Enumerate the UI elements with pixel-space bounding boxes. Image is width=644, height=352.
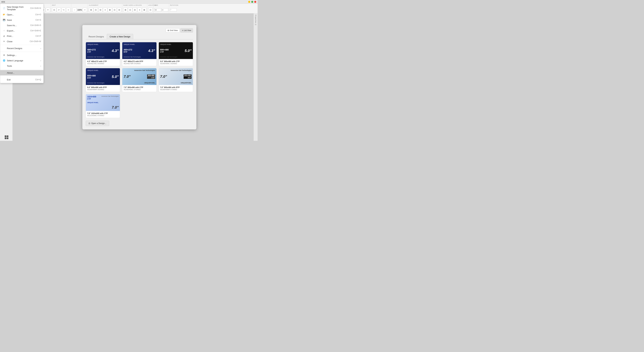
menu-item-close[interactable]: ✕ Close Ctrl+Shift+W [0, 39, 44, 44]
same-size-btn-3[interactable]: ⊟ [133, 8, 137, 12]
card2-subtitle: IA208048MC-050AWD [160, 63, 192, 64]
sidebar-grid-button[interactable] [4, 135, 9, 139]
design-card-img-6: 1024×600 CTP Immersive Oak Technologies … [86, 94, 120, 111]
size-width-input[interactable] [154, 8, 161, 11]
card4-inches: 7.0" [124, 74, 130, 79]
design-grid: UBIQUE PANEL 480×272 CTP 4.3" Immersive … [86, 42, 193, 118]
edit-btn-4[interactable]: ⌗ [66, 8, 70, 12]
same-size-btn-2[interactable]: ⊡ [128, 8, 132, 12]
menu-item-exit[interactable]: Exit Ctrl+Q [0, 77, 44, 82]
menu-item-open[interactable]: 📂 Open... Ctrl+O [0, 12, 44, 17]
design-card-6[interactable]: 1024×600 CTP Immersive Oak Technologies … [86, 94, 120, 118]
design-card-5[interactable]: Immersive Oak Technologies 7.0" 800×480 … [159, 68, 193, 92]
same-size-btn-4[interactable]: ≡ [137, 8, 142, 12]
edit-btn-2[interactable]: ↩ [57, 8, 61, 12]
menu-exit-label: Exit [7, 78, 35, 81]
menu-item-tools[interactable]: Tools › [0, 63, 44, 68]
align-btn-2[interactable]: ⊡ [94, 8, 98, 12]
design-card-4[interactable]: Immersive Oak Technologies 7.0" 800×480 … [122, 68, 156, 92]
design-card-info-1: 4.3" 480x272 with RTP IA204827MR-043AWD [122, 59, 156, 66]
tab-create-new[interactable]: Create a New Design [107, 34, 133, 39]
grid-dot-3 [5, 137, 6, 139]
toolbar-size-section: SIZE [154, 4, 169, 13]
card2-title: 5.0" 800x480 with CTP [160, 60, 192, 62]
design-card-info-0: 4.3" 480x272 with CTP IA204827MC-043AWD [86, 59, 120, 66]
card4-title: 7.0" 800x480 with CTP [124, 86, 155, 88]
same-size-btn-1[interactable]: ⊞ [123, 8, 128, 12]
menu-item-select-language[interactable]: 🌐 Select Language › [0, 58, 44, 63]
card3-inches: 5.0" [112, 75, 118, 79]
design-card-1[interactable]: UBIQUE PANEL 480×272 RTP 4.3" Immersive … [122, 42, 156, 66]
design-card-img-5: Immersive Oak Technologies 7.0" 800×480 … [159, 68, 193, 85]
list-view-button[interactable]: ≡ List View [180, 28, 193, 32]
menu-print-shortcut: Ctrl+P [36, 35, 41, 37]
card4-size1: 800×480 [147, 74, 155, 77]
card1-title: 4.3" 480x272 with RTP [124, 60, 155, 62]
card4-panel: UBIQUEPANEL [124, 82, 155, 84]
align-btn-4[interactable]: ≡ [103, 8, 107, 12]
card4-logo: Immersive Oak Technologies [124, 69, 155, 71]
close-button[interactable] [254, 1, 256, 3]
menu-export-shortcut: Ctrl+Shift+E [30, 29, 41, 32]
card6-inches: 7.0" [112, 105, 118, 110]
rotation-label: ROTATION [170, 4, 178, 6]
close-x-icon: ✕ [2, 40, 6, 43]
menu-item-new-design[interactable]: 📄 New Design from Template Ctrl+Shift+N [0, 4, 44, 12]
card6-size1: 1024×600 [87, 95, 96, 98]
menu-item-save-as[interactable]: Save As... Ctrl+Shift+S [0, 23, 44, 28]
size-height-input[interactable] [162, 8, 168, 11]
menu-item-recent-designs[interactable]: Recent Designs › [0, 45, 44, 51]
rotation-input[interactable] [170, 8, 177, 11]
same-size-btn-5[interactable]: ⊠ [142, 8, 146, 12]
align-btn-6[interactable]: ⊡ [112, 8, 117, 12]
zoom-in-btn[interactable]: + [83, 8, 87, 12]
open-design-button[interactable]: ⊡ Open a Design... [86, 121, 109, 126]
menu-item-settings[interactable]: ⚙ Settings... [0, 52, 44, 58]
edit-btn-1[interactable]: ⊡ [52, 8, 56, 12]
tab-recent-designs[interactable]: Recent Designs [86, 34, 107, 39]
menu-save-as-shortcut: Ctrl+Shift+S [30, 24, 41, 26]
card3-subtitle: IA208048MR-050AWD [87, 89, 118, 90]
menu-item-save[interactable]: 💾 Save Ctrl+S [0, 17, 44, 23]
align-btn-3[interactable]: ⊟ [98, 8, 103, 12]
card5-size2: RTP [184, 77, 192, 79]
design-card-info-2: 5.0" 800x480 with CTP IA208048MC-050AWD [159, 59, 193, 66]
card5-subtitle: IA208048MR-070AWD [160, 89, 192, 90]
menu-settings-label: Settings... [7, 54, 41, 56]
toolbar-edit-section: EDIT ⊡ ↩ ↪ ⌗ [51, 4, 71, 13]
design-card-img-3: UBIQUE PANEL 800×480 RTP 5.0" Immersive … [86, 68, 120, 85]
minimize-button[interactable] [248, 1, 250, 3]
main-area: Properties ||| ⊞ Grid View ≡ List View [12, 13, 258, 141]
card4-subtitle: IA208048MC-070AWD [124, 89, 155, 90]
card6-size2: CTP [87, 98, 96, 100]
align-btn-1[interactable]: ⊞ [89, 8, 93, 12]
edit-btn-3[interactable]: ↪ [62, 8, 66, 12]
card0-panel: UBIQUE PANEL [87, 43, 118, 45]
design-card-2[interactable]: UBIQUE PANEL 800×480 CTP 5.0" Immersive … [159, 42, 193, 66]
grid-view-button[interactable]: ⊞ Grid View [166, 28, 180, 32]
open-design-icon: ⊡ [88, 122, 90, 125]
design-card-0[interactable]: UBIQUE PANEL 480×272 CTP 4.3" Immersive … [86, 42, 120, 66]
globe-icon: 🌐 [2, 59, 6, 62]
location-btn[interactable]: ⊡ [148, 8, 152, 12]
zoom-out-btn[interactable]: − [72, 8, 77, 12]
card6-title: 7.0" 1024x600 with CTP [87, 112, 118, 114]
design-card-info-3: 5.0" 800x480 with RTP IA208048MR-050AWD [86, 85, 120, 92]
maximize-button[interactable] [251, 1, 253, 3]
design-card-3[interactable]: UBIQUE PANEL 800×480 RTP 5.0" Immersive … [86, 68, 120, 92]
card0-inches: 4.3" [112, 49, 118, 53]
dropdown-menu: 📄 New Design from Template Ctrl+Shift+N … [0, 4, 44, 83]
menu-item-about[interactable]: About... [0, 70, 44, 75]
align-btn-5[interactable]: ⊠ [108, 8, 112, 12]
card4-size2: CTP [147, 77, 155, 79]
card2-size1: 800×480 [160, 48, 169, 51]
menu-open-label: Open... [7, 13, 35, 16]
xtools-btn-4[interactable]: ✂ [46, 8, 50, 12]
card3-panel: UBIQUE PANEL [87, 69, 118, 71]
properties-label: Properties [255, 15, 256, 23]
save-as-icon [2, 24, 6, 27]
grid-dot-1 [5, 135, 6, 137]
menu-item-print[interactable]: 🖨 Print... Ctrl+P [0, 33, 44, 39]
align-btn-7[interactable]: ⊟ [117, 8, 122, 12]
menu-item-export[interactable]: ↑ Export... Ctrl+Shift+E [0, 28, 44, 33]
